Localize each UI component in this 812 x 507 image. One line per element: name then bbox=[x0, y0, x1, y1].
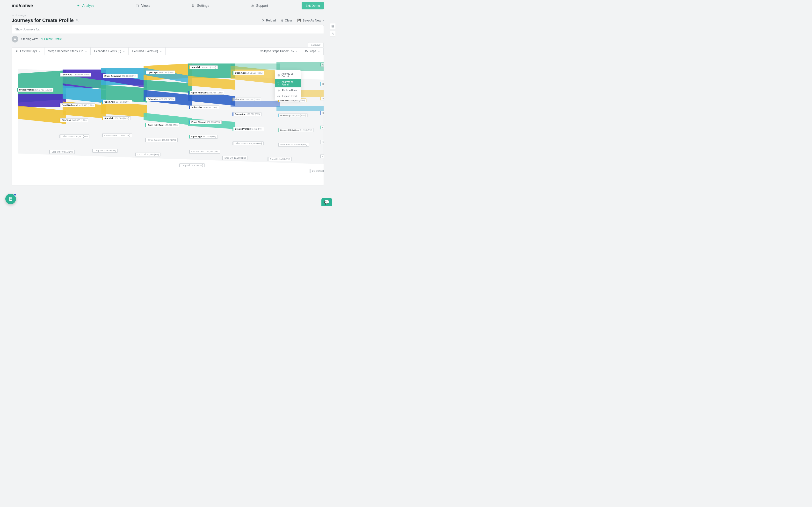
node-other-events[interactable]: Other Events: 25,417 (1%) bbox=[59, 134, 89, 138]
save-icon: 💾 bbox=[297, 18, 301, 22]
node-cancel-subscription[interactable]: Cancel Subscr bbox=[320, 140, 324, 144]
node-open-kittycam[interactable]: Open KittyCam bbox=[320, 111, 324, 115]
nav-label: Analyze bbox=[82, 4, 94, 7]
expanded-events-button[interactable]: Expanded Events (0)⌄ bbox=[91, 48, 129, 55]
node-email-clicked[interactable]: Email Clicked: 163,295 (9%) bbox=[189, 120, 221, 124]
analyze-icon: ✦ bbox=[77, 4, 80, 7]
calendar-icon: 🗓 bbox=[15, 50, 18, 53]
node-drop-off[interactable]: Drop Off: 9,458 (1%) bbox=[267, 157, 292, 161]
query-panel: Show Journeys for: bbox=[12, 25, 324, 34]
nav-label: Settings bbox=[197, 4, 209, 7]
chevron-down-icon: ⌄ bbox=[85, 50, 87, 52]
journey-sankey-canvas[interactable]: Create Profile: 2,355,738 (100%) Open Ap… bbox=[12, 55, 324, 185]
node-open-app[interactable]: Open App: 1,013,157 (60%) bbox=[233, 71, 264, 75]
node-connect-kittycam[interactable]: Connect KittyCam bbox=[320, 125, 324, 129]
expand-icon: 🏷 bbox=[277, 95, 280, 98]
node-drop-off[interactable]: Drop Off: 14,420 (1%) bbox=[179, 163, 205, 167]
breadcrumb[interactable]: ⫘ Journeys bbox=[12, 14, 324, 17]
brand-logo: ind!cative bbox=[12, 3, 33, 8]
rail-table-icon[interactable]: ▦ bbox=[329, 23, 336, 29]
node-other-events[interactable]: Other Events: 136,952 (9%) bbox=[278, 143, 309, 147]
node-open-kittycam[interactable]: Open KittyCam: 233,738 (13%) bbox=[189, 91, 224, 95]
save-as-new-button[interactable]: 💾Save As New▾ bbox=[297, 18, 324, 22]
chat-fab[interactable]: 💬 bbox=[321, 198, 332, 206]
node-open-app[interactable]: Open App: 217,200 (14%) bbox=[278, 113, 308, 117]
node-site-visit[interactable]: Site Visit: 135, bbox=[320, 97, 324, 101]
menu-exclude-event[interactable]: ⊘Exclude Event bbox=[275, 88, 301, 93]
node-create-profile[interactable]: Create Profile: 2,355,738 (100%) bbox=[17, 88, 53, 92]
node-create-profile[interactable]: Create Profile: 86,456 (5%) bbox=[233, 127, 264, 131]
nav-label: Support bbox=[256, 4, 268, 7]
node-subscribe[interactable]: Subscribe: 129,572 (8%) bbox=[233, 112, 261, 116]
node-open-app[interactable]: Open App: 864,797 (40%) bbox=[145, 70, 175, 74]
notification-dot-icon bbox=[13, 193, 16, 196]
daterange-button[interactable]: 🗓Last 30 Days⌄ bbox=[12, 48, 45, 55]
node-drop-off[interactable]: Drop Off: 32,942 (1%) bbox=[92, 149, 118, 153]
starting-with-label: Starting with: bbox=[21, 38, 38, 41]
node-open-app[interactable]: Open App: 634,353 (28%) bbox=[102, 100, 132, 104]
node-drop-off[interactable]: Drop Off: 22,395 (1%) bbox=[135, 153, 160, 157]
nav-label: Views bbox=[141, 4, 150, 7]
step-count-button[interactable]: 15 Steps⌄ bbox=[301, 48, 323, 55]
exit-demo-button[interactable]: Exit Demo bbox=[302, 2, 324, 9]
nav-analyze[interactable]: ✦ Analyze bbox=[77, 4, 94, 7]
top-nav: ind!cative ✦ Analyze ▢ Views ⚙ Settings … bbox=[0, 0, 336, 11]
chevron-down-icon: ⌄ bbox=[318, 50, 320, 52]
node-subscribe[interactable]: Subscribe: 822,057 (38%) bbox=[145, 97, 175, 101]
menu-analyze-cohort[interactable]: ▦Analyze as Cohort bbox=[275, 71, 301, 79]
monitor-icon: 🖥 bbox=[8, 196, 13, 202]
collapse-toggle[interactable]: Collapse bbox=[308, 42, 323, 47]
node-drop-off[interactable]: Drop Off: 49,815 (2%) bbox=[49, 150, 75, 154]
node-site-visit[interactable]: Site Visit: 960,922 (52%) bbox=[189, 65, 218, 69]
page-title: Journeys for Create Profile bbox=[12, 18, 74, 23]
reload-icon: ⟳ bbox=[262, 18, 264, 22]
node-other-events[interactable]: Other Events: 140,777 (8%) bbox=[189, 150, 220, 154]
node-email-delivered[interactable]: Email Delivered: 982,780 (43%) bbox=[102, 74, 138, 78]
chevron-down-icon: ⌄ bbox=[296, 50, 298, 52]
start-row: A Starting with: Create Profile bbox=[12, 36, 324, 43]
node-site-visit[interactable]: Site Visit: 552,584 (24%) bbox=[102, 116, 131, 120]
clear-icon: ⊕ bbox=[281, 18, 284, 22]
node-context-menu: ▦Analyze as Cohort ▽Analyze as Funnel ⊘E… bbox=[275, 70, 301, 100]
node-site-visit[interactable]: Site Visit: 300,473 (13%) bbox=[59, 118, 88, 122]
chevron-down-icon: ⌄ bbox=[160, 50, 162, 52]
menu-expand-event[interactable]: 🏷Expand Event bbox=[275, 93, 301, 99]
node-other-events[interactable]: Other Events: bbox=[320, 155, 324, 158]
lifebuoy-icon: ◎ bbox=[250, 4, 254, 7]
node-open-app[interactable]: Open App: 638 bbox=[320, 63, 324, 67]
node-open-app[interactable]: Open App: 1,554,685 (66%) bbox=[59, 73, 91, 76]
excluded-events-button[interactable]: Excluded Events (0)⌄ bbox=[129, 48, 165, 55]
node-connect-kittycam[interactable]: Connect KittyCam: 81,196 (5%) bbox=[278, 128, 314, 132]
clear-button[interactable]: ⊕Clear bbox=[281, 18, 292, 22]
show-journeys-label: Show Journeys for: bbox=[15, 28, 40, 31]
chevron-down-icon: ▾ bbox=[323, 19, 324, 22]
edit-title-icon[interactable]: ✎ bbox=[75, 18, 79, 23]
nav-support[interactable]: ◎ Support bbox=[250, 4, 268, 7]
node-site-visit[interactable]: Site Visit: 288,739 (17%) bbox=[233, 98, 261, 101]
node-email-delivered[interactable]: Email Delivered: 425,348 (18%) bbox=[59, 103, 95, 107]
node-subscribe[interactable]: Subscribe: 186,448 (10%) bbox=[189, 106, 219, 109]
rail-edit-icon[interactable]: ✎ bbox=[329, 31, 336, 37]
help-fab[interactable]: 🖥 bbox=[5, 193, 16, 204]
node-open-kittycam[interactable]: Open KittyCam: 159,928 (7%) bbox=[145, 123, 179, 127]
nav-views[interactable]: ▢ Views bbox=[135, 4, 150, 7]
journeys-icon: ⫘ bbox=[12, 14, 14, 17]
node-drop-off[interactable]: Drop Off: 24,663 (2%) bbox=[310, 169, 324, 173]
node-other-events[interactable]: Other Events: 300,540 (14%) bbox=[145, 138, 177, 142]
reload-button[interactable]: ⟳Reload bbox=[262, 18, 276, 22]
starting-event-chip[interactable]: Create Profile bbox=[41, 38, 62, 41]
collapse-under-button[interactable]: Collapse Steps Under: 5%⌄ bbox=[256, 48, 301, 55]
merge-steps-button[interactable]: Merge Repeated Steps: On⌄ bbox=[45, 48, 91, 55]
node-open-app[interactable]: Open App: 147,182 (8%) bbox=[189, 135, 218, 138]
nav-settings[interactable]: ⚙ Settings bbox=[191, 4, 209, 7]
bookmark-icon: ▢ bbox=[135, 4, 139, 7]
menu-analyze-funnel[interactable]: ▽Analyze as Funnel bbox=[275, 79, 301, 88]
node-download-app[interactable]: Download App bbox=[320, 82, 324, 86]
exclude-icon: ⊘ bbox=[277, 89, 280, 92]
chevron-down-icon: ⌄ bbox=[123, 50, 125, 52]
node-other-events[interactable]: Other Events: 159,693 (9%) bbox=[233, 142, 264, 145]
node-drop-off[interactable]: Drop Off: 13,968 (1%) bbox=[222, 156, 248, 160]
funnel-icon: ▽ bbox=[277, 82, 280, 85]
node-other-events[interactable]: Other Events: 77,847 (3%) bbox=[102, 133, 132, 137]
right-rail: ▦ ✎ bbox=[329, 23, 336, 37]
